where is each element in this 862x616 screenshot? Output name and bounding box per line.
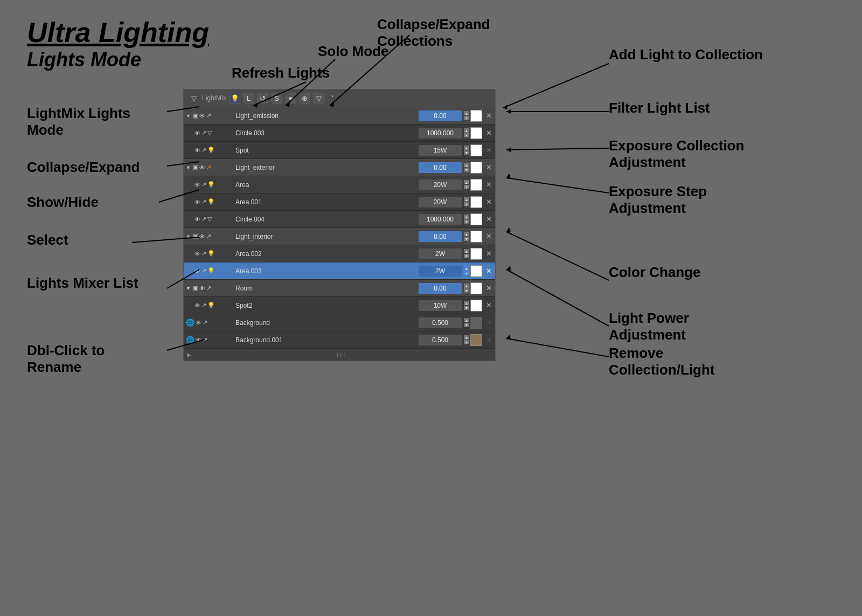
eye-icon[interactable]: 👁 xyxy=(194,268,200,274)
toolbar-filter-icon[interactable]: ▽ xyxy=(314,93,324,103)
color-swatch[interactable] xyxy=(470,334,482,346)
select-icon[interactable]: ↗ xyxy=(201,216,206,223)
spin-down[interactable]: ▼ xyxy=(464,133,469,137)
spin-up[interactable]: ▲ xyxy=(464,180,469,184)
spin-control[interactable]: ▲ ▼ xyxy=(464,214,469,224)
toolbar-menu-icon[interactable]: ≡ xyxy=(286,93,296,103)
color-swatch[interactable] xyxy=(470,127,482,139)
spin-up[interactable]: ▲ xyxy=(464,197,469,202)
toolbar-add-icon[interactable]: ⊕ xyxy=(300,93,310,103)
spin-up[interactable]: ▲ xyxy=(464,283,469,288)
remove-button[interactable]: ✕ xyxy=(484,146,493,154)
spin-control[interactable]: ▲ ▼ xyxy=(464,232,469,241)
spin-control[interactable]: ▲ ▼ xyxy=(464,249,469,258)
remove-button[interactable]: ✕ xyxy=(484,129,493,137)
spin-down[interactable]: ▼ xyxy=(464,306,469,310)
table-row[interactable]: 👁 ↗ ▽ Circle.003 1000.000 ▲ ▼ ✕ xyxy=(184,124,495,142)
eye-icon[interactable]: 👁 xyxy=(196,337,201,343)
spin-down[interactable]: ▼ xyxy=(464,202,469,206)
remove-button[interactable]: ✕ xyxy=(484,163,493,171)
table-row[interactable]: ▼ ▣ 👁 ↗ Light_exterior 0.00 ▲ ▼ ✕ xyxy=(184,159,495,176)
eye-icon[interactable]: 👁 xyxy=(194,199,200,205)
spin-up[interactable]: ▲ xyxy=(464,163,469,167)
eye-icon[interactable]: 👁 xyxy=(199,113,205,119)
spin-up[interactable]: ▲ xyxy=(464,318,469,322)
eye-icon[interactable]: 👁 xyxy=(199,233,205,240)
select-icon[interactable]: ↗ xyxy=(201,267,206,274)
color-swatch[interactable] xyxy=(470,213,482,225)
spin-control[interactable]: ▲ ▼ xyxy=(464,283,469,293)
collapse-icon[interactable]: ▼ xyxy=(186,286,191,291)
table-row[interactable]: 👁 ↗ 💡 Spot 15W ▲ ▼ ✕ xyxy=(184,142,495,159)
spin-down[interactable]: ▼ xyxy=(464,219,469,224)
spin-up[interactable]: ▲ xyxy=(464,214,469,219)
select-icon[interactable]: ↗ xyxy=(206,112,211,119)
spin-up[interactable]: ▲ xyxy=(464,301,469,305)
remove-button[interactable]: ✕ xyxy=(484,112,493,120)
spin-down[interactable]: ▼ xyxy=(464,185,469,189)
spin-down[interactable]: ▼ xyxy=(464,168,469,172)
spin-up[interactable]: ▲ xyxy=(464,249,469,253)
remove-button[interactable]: ✕ xyxy=(484,284,493,292)
color-swatch[interactable] xyxy=(470,265,482,277)
toolbar-S-icon[interactable]: S xyxy=(272,93,282,103)
spin-up[interactable]: ▲ xyxy=(464,128,469,133)
spin-control[interactable]: ▲ ▼ xyxy=(464,146,469,155)
spin-control[interactable]: ▲ ▼ xyxy=(464,266,469,275)
eye-icon[interactable]: 👁 xyxy=(194,130,200,136)
toolbar-collapse[interactable]: ▽ xyxy=(189,93,199,103)
collapse-icon[interactable]: ▼ xyxy=(186,165,191,170)
select-icon[interactable]: ↗ xyxy=(201,198,206,205)
toolbar-bulb-icon[interactable]: 💡 xyxy=(230,93,240,103)
spin-down[interactable]: ▼ xyxy=(464,116,469,120)
remove-button[interactable]: ✕ xyxy=(484,267,493,275)
play-icon[interactable]: ▶ xyxy=(187,352,191,358)
table-row[interactable]: ▼ ▣ 👁 ↗ Light_emission 0.00 ▲ ▼ ✕ xyxy=(184,107,495,124)
eye-icon[interactable]: 👁 xyxy=(199,164,205,171)
table-row[interactable]: 👁 ↗ ▽ Circle.004 1000.000 ▲ ▼ ✕ xyxy=(184,211,495,228)
color-swatch[interactable] xyxy=(470,162,482,174)
spin-up[interactable]: ▲ xyxy=(464,111,469,115)
spin-control[interactable]: ▲ ▼ xyxy=(464,111,469,120)
spin-up[interactable]: ▲ xyxy=(464,232,469,236)
eye-icon[interactable]: 👁 xyxy=(196,320,201,326)
table-row[interactable]: 🌐 👁 ↗ Background 0.500 ▲ ▼ ✕ xyxy=(184,314,495,331)
spin-down[interactable]: ▼ xyxy=(464,271,469,275)
spin-control[interactable]: ▲ ▼ xyxy=(464,180,469,189)
table-row[interactable]: 👁 ↗ 💡 Area.001 20W ▲ ▼ ✕ xyxy=(184,193,495,211)
spin-up[interactable]: ▲ xyxy=(464,335,469,340)
spin-down[interactable]: ▼ xyxy=(464,237,469,241)
select-icon[interactable]: ↗ xyxy=(203,319,207,326)
select-icon[interactable]: ↗ xyxy=(201,129,206,136)
spin-down[interactable]: ▼ xyxy=(464,340,469,344)
spin-up[interactable]: ▲ xyxy=(464,266,469,271)
spin-up[interactable]: ▲ xyxy=(464,146,469,150)
collapse-icon[interactable]: ▼ xyxy=(186,234,191,239)
remove-button[interactable]: ✕ xyxy=(484,232,493,240)
color-swatch[interactable] xyxy=(470,179,482,191)
table-row[interactable]: 🌐 👁 ↗ Background.001 0.500 ▲ ▼ ✕ xyxy=(184,331,495,349)
color-swatch[interactable] xyxy=(470,196,482,208)
remove-button[interactable]: ✕ xyxy=(484,198,493,206)
table-row[interactable]: ▼ ▣ 👁 ↗ Room 0.00 ▲ ▼ ✕ xyxy=(184,280,495,297)
spin-down[interactable]: ▼ xyxy=(464,288,469,293)
spin-control[interactable]: ▲ ▼ xyxy=(464,197,469,206)
select-icon[interactable]: ↗ xyxy=(203,336,207,343)
remove-button[interactable]: ✕ xyxy=(484,215,493,223)
eye-icon[interactable]: 👁 xyxy=(194,251,200,257)
color-swatch[interactable] xyxy=(470,282,482,294)
table-row[interactable]: 👁 ↗ 💡 Area.002 2W ▲ ▼ ✕ xyxy=(184,245,495,262)
spin-down[interactable]: ▼ xyxy=(464,150,469,155)
eye-icon[interactable]: 👁 xyxy=(199,285,205,292)
spin-down[interactable]: ▼ xyxy=(464,323,469,327)
color-swatch[interactable] xyxy=(470,144,482,156)
remove-button[interactable]: ✕ xyxy=(484,301,493,309)
spin-control[interactable]: ▲ ▼ xyxy=(464,128,469,137)
select-icon[interactable]: ↗ xyxy=(206,285,211,292)
select-icon[interactable]: ↗ xyxy=(201,302,206,309)
table-row[interactable]: 👁 ↗ 💡 Area 20W ▲ ▼ ✕ xyxy=(184,176,495,193)
spin-control[interactable]: ▲ ▼ xyxy=(464,163,469,172)
color-swatch[interactable] xyxy=(470,231,482,243)
color-swatch[interactable] xyxy=(470,248,482,260)
select-icon[interactable]: ↗ xyxy=(206,164,211,171)
